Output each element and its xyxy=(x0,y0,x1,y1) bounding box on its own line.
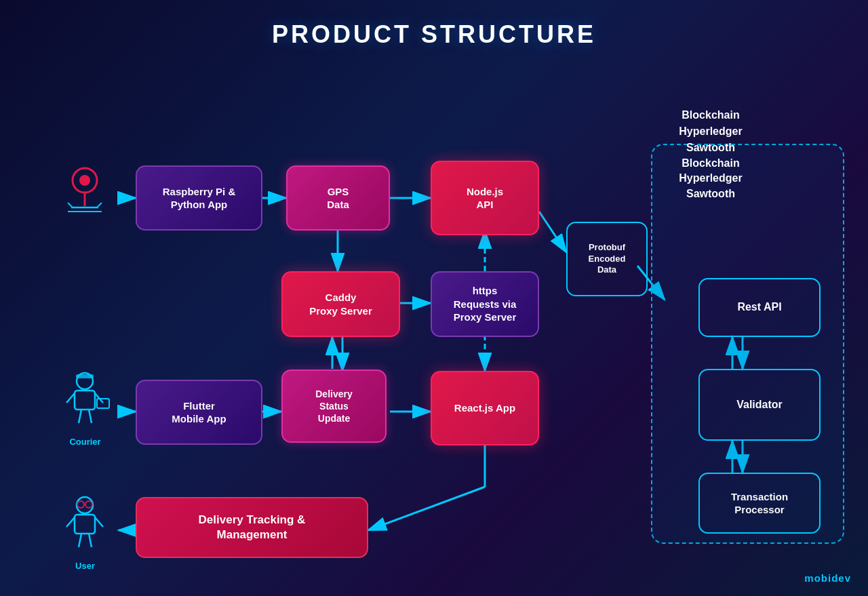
delivery-tracking-node: Delivery Tracking & Management xyxy=(136,497,368,558)
gps-data-node: GPS Data xyxy=(286,165,390,231)
location-icon-container xyxy=(58,159,112,216)
user-label: User xyxy=(75,561,95,571)
courier-icon-container: Courier xyxy=(60,369,111,447)
svg-line-44 xyxy=(66,517,75,527)
svg-line-34 xyxy=(66,393,75,403)
nodejs-api-node: Node.js API xyxy=(431,161,539,235)
protobuf-node: Protobuf Encoded Data xyxy=(566,222,648,296)
reactjs-node: React.js App xyxy=(431,371,539,445)
flutter-node: Flutter Mobile App xyxy=(136,380,262,445)
caddy-proxy-node: Caddy Proxy Server xyxy=(281,271,400,337)
delivery-status-node: Delivery Status Update xyxy=(281,370,387,443)
raspberry-pi-node: Raspberry Pi & Python App xyxy=(136,165,262,231)
svg-point-41 xyxy=(85,501,92,508)
svg-rect-43 xyxy=(75,515,95,534)
svg-rect-36 xyxy=(97,399,109,408)
svg-point-39 xyxy=(77,497,93,513)
svg-line-18 xyxy=(368,487,485,530)
svg-rect-32 xyxy=(76,374,94,378)
blockchain-label: Blockchain Hyperledger Sawtooth xyxy=(656,156,765,201)
page-title: PRODUCT STRUCTURE xyxy=(0,0,868,49)
svg-line-38 xyxy=(89,410,92,423)
svg-point-40 xyxy=(77,501,84,508)
svg-line-47 xyxy=(89,534,92,547)
courier-label: Courier xyxy=(69,437,100,447)
transaction-processor-node: Transaction Processor xyxy=(698,473,821,534)
svg-line-45 xyxy=(95,517,103,527)
svg-line-37 xyxy=(79,410,81,423)
https-requests-node: https Requests via Proxy Server xyxy=(431,271,539,337)
svg-line-7 xyxy=(539,212,566,252)
svg-line-29 xyxy=(68,203,73,207)
rest-api-node: Rest API xyxy=(698,278,821,337)
logo: mobidev xyxy=(804,572,851,584)
svg-point-25 xyxy=(79,175,90,186)
svg-line-46 xyxy=(79,534,81,547)
svg-rect-33 xyxy=(75,391,95,410)
validator-node: Validator xyxy=(698,369,821,441)
svg-line-30 xyxy=(97,203,102,207)
user-icon-container: User xyxy=(60,493,111,571)
